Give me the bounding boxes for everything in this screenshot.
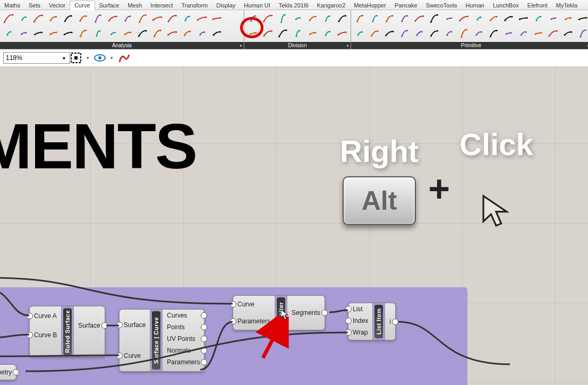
tool-icon[interactable]	[2, 27, 15, 40]
menu-tab-metahopper[interactable]: MetaHopper	[350, 1, 390, 10]
menu-tab-elefront[interactable]: Elefront	[523, 1, 552, 10]
menu-tab-maths[interactable]: Maths	[0, 1, 24, 10]
menu-tab-humanui[interactable]: Human UI	[240, 1, 275, 10]
dropdown-icon[interactable]: ▸	[347, 43, 349, 48]
menu-tab-human[interactable]: Human	[461, 1, 488, 10]
tool-icon[interactable]	[180, 12, 194, 25]
tool-icon[interactable]	[276, 27, 289, 40]
tool-icon[interactable]	[305, 12, 319, 25]
menu-tab-vector[interactable]: Vector	[45, 1, 70, 10]
port-curves[interactable]: Curves	[163, 310, 204, 321]
tool-icon[interactable]	[31, 12, 45, 25]
tool-icon[interactable]	[76, 12, 90, 25]
menu-tab-mesh[interactable]: Mesh	[123, 1, 146, 10]
tool-icon[interactable]	[487, 27, 500, 40]
menu-tab-kangaroo[interactable]: Kangaroo2	[313, 1, 350, 10]
tool-icon[interactable]	[46, 27, 60, 40]
tool-icon[interactable]	[150, 27, 164, 40]
tool-icon[interactable]	[195, 12, 209, 25]
tool-icon[interactable]	[106, 27, 120, 40]
tool-icon[interactable]	[61, 27, 75, 40]
tool-icon[interactable]	[472, 27, 485, 40]
dropdown-icon[interactable]: ▸	[240, 43, 242, 48]
tool-icon[interactable]	[382, 27, 396, 40]
tool-icon[interactable]	[165, 12, 179, 25]
tool-icon[interactable]	[121, 12, 134, 25]
dropdown-icon[interactable]: ▾	[110, 55, 113, 61]
component-list-item[interactable]: List Index Wrap List Item i	[348, 303, 396, 340]
tool-icon[interactable]	[546, 12, 560, 25]
menu-tab-pancake[interactable]: Pancake	[390, 1, 422, 10]
tool-icon[interactable]	[61, 12, 75, 25]
menu-tab-curve[interactable]: Curve	[70, 1, 95, 10]
tool-icon[interactable]	[457, 27, 471, 40]
component-surface-curve[interactable]: Surface Curve Surface | Curve Curves Poi…	[119, 309, 204, 372]
tool-icon[interactable]	[165, 27, 179, 40]
port-index[interactable]: Index	[348, 315, 372, 327]
tool-icon[interactable]	[210, 27, 224, 40]
menu-tab-intersect[interactable]: Intersect	[146, 1, 177, 10]
tool-icon[interactable]	[16, 12, 30, 25]
tool-icon[interactable]	[576, 12, 588, 25]
tool-icon[interactable]	[291, 12, 304, 25]
component-ruled-surface[interactable]: Curve A Curve B Ruled Surface Surface	[29, 306, 105, 357]
tool-icon[interactable]	[195, 27, 209, 40]
dropdown-icon[interactable]: ▾	[87, 55, 89, 61]
tool-icon[interactable]	[368, 12, 381, 25]
port-item[interactable]: i	[385, 303, 395, 340]
menu-tab-transform[interactable]: Transform	[177, 1, 212, 10]
tool-icon[interactable]	[320, 12, 334, 25]
port-curve-a[interactable]: Curve A	[30, 306, 61, 326]
port-curve[interactable]: Curve	[233, 296, 275, 313]
tool-icon[interactable]	[531, 12, 545, 25]
tool-icon[interactable]	[106, 12, 120, 25]
tool-icon[interactable]	[382, 12, 396, 25]
tool-icon[interactable]	[335, 27, 349, 40]
menu-tab-surface[interactable]: Surface	[95, 1, 124, 10]
tool-icon[interactable]	[31, 27, 45, 40]
tool-icon[interactable]	[546, 27, 560, 40]
tool-icon[interactable]	[501, 27, 515, 40]
zoom-input[interactable]	[3, 52, 70, 64]
tool-icon[interactable]	[305, 27, 319, 40]
tool-icon[interactable]	[561, 27, 575, 40]
visibility-icon[interactable]	[93, 52, 106, 64]
tool-icon[interactable]	[487, 12, 500, 25]
port-surface[interactable]: Surface	[74, 306, 104, 345]
tool-icon[interactable]	[442, 27, 456, 40]
component-geometry[interactable]: eometry	[0, 364, 16, 380]
port-segments[interactable]: Segments	[287, 296, 325, 330]
tool-icon[interactable]	[246, 27, 260, 40]
tool-icon[interactable]	[121, 27, 134, 40]
tool-icon[interactable]	[397, 27, 411, 40]
menu-tab-tekla[interactable]: Tekla 2018i	[275, 1, 313, 10]
tool-icon[interactable]	[516, 12, 530, 25]
tool-icon[interactable]	[246, 12, 260, 25]
tool-icon[interactable]	[353, 27, 367, 40]
tool-icon[interactable]	[91, 27, 105, 40]
menu-tab-mytekla[interactable]: MyTekla	[552, 1, 582, 10]
port-surface[interactable]: Surface	[120, 310, 150, 340]
tool-icon[interactable]	[472, 12, 485, 25]
tool-icon[interactable]	[2, 12, 15, 25]
tool-icon[interactable]	[76, 27, 90, 40]
tool-icon[interactable]	[91, 12, 105, 25]
tool-icon[interactable]	[457, 12, 471, 25]
tool-icon[interactable]	[320, 27, 334, 40]
tool-icon[interactable]	[135, 27, 149, 40]
zoom-extents-icon[interactable]	[70, 52, 82, 64]
sketch-icon[interactable]	[117, 52, 130, 64]
port-points[interactable]: Points	[163, 321, 204, 333]
menu-tab-swecotools[interactable]: SwecoTools	[422, 1, 462, 10]
port-normals[interactable]: Normals	[163, 345, 204, 356]
tool-icon[interactable]	[135, 12, 149, 25]
port-geometry[interactable]: eometry	[0, 365, 16, 380]
tool-icon[interactable]	[335, 12, 349, 25]
tool-icon[interactable]	[46, 12, 60, 25]
tool-icon[interactable]	[16, 27, 30, 40]
tool-icon[interactable]	[412, 12, 426, 25]
tool-icon[interactable]	[291, 27, 304, 40]
port-uvpoints[interactable]: UV Points	[163, 333, 204, 345]
zoom-dropdown-icon[interactable]: ▾	[63, 55, 65, 61]
tool-icon[interactable]	[561, 12, 575, 25]
